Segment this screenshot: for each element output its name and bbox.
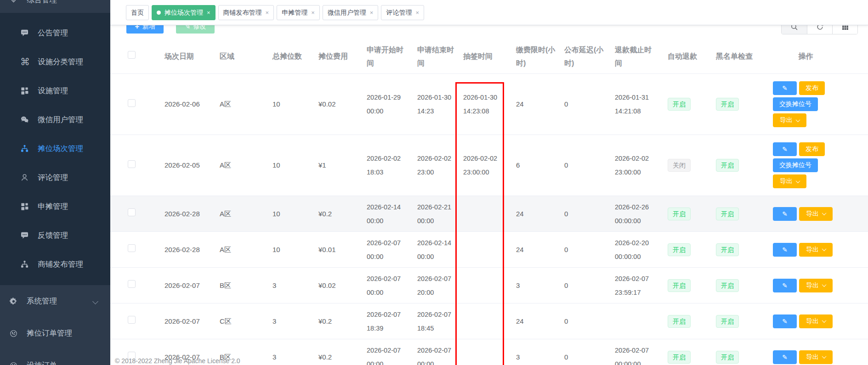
swap-stall-number-button[interactable]: 交换摊位号 bbox=[773, 158, 818, 172]
tab-shop-publish-mgmt[interactable]: 商铺发布管理 bbox=[218, 5, 274, 20]
sidebar-item-feedback-mgmt[interactable]: 反馈管理 bbox=[0, 221, 110, 250]
sidebar-item-wechat-user-mgmt[interactable]: 微信用户管理 bbox=[0, 105, 110, 134]
swap-stall-number-button[interactable]: 交换摊位号 bbox=[773, 97, 818, 111]
sidebar-item-facility-order[interactable]: 设施订单 bbox=[0, 349, 110, 365]
cell-publish-delay: 0 bbox=[561, 352, 611, 362]
sidebar-item-comment-mgmt[interactable]: 评论管理 bbox=[0, 163, 110, 192]
sidebar-item-label: 反馈管理 bbox=[38, 230, 68, 241]
tab-wechat-user-mgmt[interactable]: 微信用户管理 bbox=[323, 5, 379, 20]
sidebar-item-general-mgmt[interactable]: 综合管理 bbox=[0, 0, 110, 13]
sidebar-item-stall-order-mgmt[interactable]: 摊位订单管理 bbox=[0, 317, 110, 349]
table-row: 2026-02-28 A区 10 ¥0.01 2026-02-07 00:00 … bbox=[110, 232, 868, 268]
select-all-checkbox[interactable] bbox=[128, 51, 136, 59]
chevron-down-icon bbox=[822, 211, 827, 215]
chevron-down-icon bbox=[822, 282, 827, 287]
export-button[interactable]: 导出 bbox=[799, 243, 833, 257]
close-icon[interactable] bbox=[266, 10, 269, 16]
row-checkbox[interactable] bbox=[128, 99, 136, 107]
sidebar-item-label: 系统管理 bbox=[27, 296, 57, 306]
active-dot-icon bbox=[157, 11, 161, 15]
sidebar-item-facility-mgmt[interactable]: 设施管理 bbox=[0, 76, 110, 105]
close-icon[interactable] bbox=[311, 10, 315, 16]
blacklist-tag: 开启 bbox=[716, 243, 739, 256]
export-button[interactable]: 导出 bbox=[799, 350, 833, 364]
tab-home[interactable]: 首页 bbox=[126, 5, 149, 20]
sidebar-item-notice-mgmt[interactable]: 公告管理 bbox=[0, 18, 110, 47]
row-checkbox[interactable] bbox=[128, 160, 136, 168]
cell-stall-fee: ¥0.02 bbox=[315, 99, 363, 109]
table-row: 2026-02-06 A区 10 ¥0.02 2026-01-29 00:00 … bbox=[110, 74, 868, 135]
auto-refund-tag: 关闭 bbox=[668, 159, 691, 172]
sidebar-item-label: 微信用户管理 bbox=[38, 115, 83, 125]
row-checkbox[interactable] bbox=[128, 244, 136, 252]
cell-session-date: 2026-02-07 bbox=[161, 281, 216, 291]
export-button-label: 导出 bbox=[780, 116, 793, 124]
tab-stall-apply-mgmt[interactable]: 申摊管理 bbox=[277, 5, 320, 20]
sidebar-item-stall-session-mgmt[interactable]: 摊位场次管理 bbox=[0, 134, 110, 163]
column-header-session-date: 场次日期 bbox=[161, 51, 216, 62]
export-button[interactable]: 导出 bbox=[773, 113, 806, 127]
edit-button[interactable]: ✎ bbox=[773, 314, 797, 328]
export-button[interactable]: 导出 bbox=[799, 314, 833, 328]
cell-apply-end: 2026-02-14 00:00 bbox=[414, 236, 460, 264]
chevron-down-icon bbox=[796, 118, 800, 122]
publish-button[interactable]: 发布 bbox=[799, 142, 825, 156]
sidebar-item-facility-category-mgmt[interactable]: ⌘ 设施分类管理 bbox=[0, 47, 110, 76]
edit-button[interactable]: ✎ bbox=[773, 279, 797, 292]
blacklist-tag: 开启 bbox=[716, 159, 739, 172]
export-button[interactable]: 导出 bbox=[773, 174, 806, 188]
cell-area: C区 bbox=[216, 316, 269, 326]
cell-stall-fee: ¥0.01 bbox=[315, 245, 363, 255]
export-button-label: 导出 bbox=[806, 246, 819, 254]
row-checkbox[interactable] bbox=[128, 280, 136, 288]
edit-button[interactable]: ✎ bbox=[773, 81, 797, 95]
tab-comment-mgmt[interactable]: 评论管理 bbox=[381, 5, 424, 20]
edit-button[interactable]: ✎ bbox=[773, 207, 797, 221]
sidebar-item-label: 评论管理 bbox=[38, 173, 68, 183]
cell-pay-limit: 24 bbox=[512, 316, 561, 326]
cell-apply-start: 2026-02-14 00:00 bbox=[363, 200, 414, 228]
cell-total-stalls: 3 bbox=[269, 281, 315, 291]
row-checkbox[interactable] bbox=[128, 208, 136, 216]
cell-stall-fee: ¥0.2 bbox=[315, 352, 363, 362]
export-button[interactable]: 导出 bbox=[799, 279, 833, 292]
wechat-icon bbox=[20, 115, 29, 124]
cell-stall-fee: ¥0.2 bbox=[315, 209, 363, 219]
close-icon[interactable] bbox=[207, 10, 210, 16]
chevron-down-icon bbox=[92, 298, 98, 304]
sidebar-item-label: 设施分类管理 bbox=[38, 57, 83, 67]
cell-stall-fee: ¥0.02 bbox=[315, 281, 363, 291]
cell-stall-fee: ¥1 bbox=[315, 160, 363, 170]
sidebar-item-system-mgmt[interactable]: 系统管理 bbox=[0, 285, 110, 317]
sitemap-icon bbox=[20, 260, 29, 269]
row-checkbox[interactable] bbox=[128, 316, 136, 324]
pencil-icon: ✎ bbox=[782, 282, 788, 289]
close-icon[interactable] bbox=[415, 10, 419, 16]
column-header-pay-limit: 缴费限时(小时) bbox=[512, 43, 561, 70]
edit-button[interactable]: ✎ bbox=[773, 243, 797, 257]
cell-stall-fee: ¥0.2 bbox=[315, 316, 363, 326]
edit-button[interactable]: ✎ bbox=[773, 350, 797, 364]
cell-refund-deadline: 2026-02-26 00:00:00 bbox=[611, 200, 664, 228]
tab-stall-session-mgmt[interactable]: 摊位场次管理 bbox=[152, 5, 216, 20]
publish-button[interactable]: 发布 bbox=[799, 81, 825, 95]
export-button[interactable]: 导出 bbox=[799, 207, 833, 221]
close-icon[interactable] bbox=[370, 10, 374, 16]
sidebar-item-shop-publish-mgmt[interactable]: 商铺发布管理 bbox=[0, 250, 110, 279]
cell-apply-end: 2026-02-07 18:45 bbox=[414, 308, 460, 335]
sitemap-icon bbox=[20, 144, 29, 153]
row-actions: ✎ 发布 交换摊位号 导出 bbox=[773, 81, 843, 127]
edit-button[interactable]: ✎ bbox=[773, 142, 797, 156]
cell-apply-end: 2026-01-30 14:23 bbox=[414, 90, 460, 118]
cell-pay-limit: 24 bbox=[512, 209, 561, 219]
export-button-label: 导出 bbox=[806, 210, 819, 218]
cell-apply-end: 2026-02-07 20:00 bbox=[414, 272, 460, 299]
cell-area: B区 bbox=[216, 281, 269, 291]
chevron-down-icon bbox=[822, 247, 827, 251]
table-header-row: 场次日期 区域 总摊位数 摊位费用 申请开始时间 申请结束时间 抽签时间 缴费限… bbox=[110, 39, 868, 74]
order-circle-icon bbox=[9, 361, 18, 365]
blacklist-tag: 开启 bbox=[716, 315, 739, 328]
sidebar-item-stall-apply-mgmt[interactable]: 申摊管理 bbox=[0, 192, 110, 221]
sidebar-item-label: 公告管理 bbox=[38, 28, 68, 38]
pencil-icon: ✎ bbox=[782, 318, 788, 325]
